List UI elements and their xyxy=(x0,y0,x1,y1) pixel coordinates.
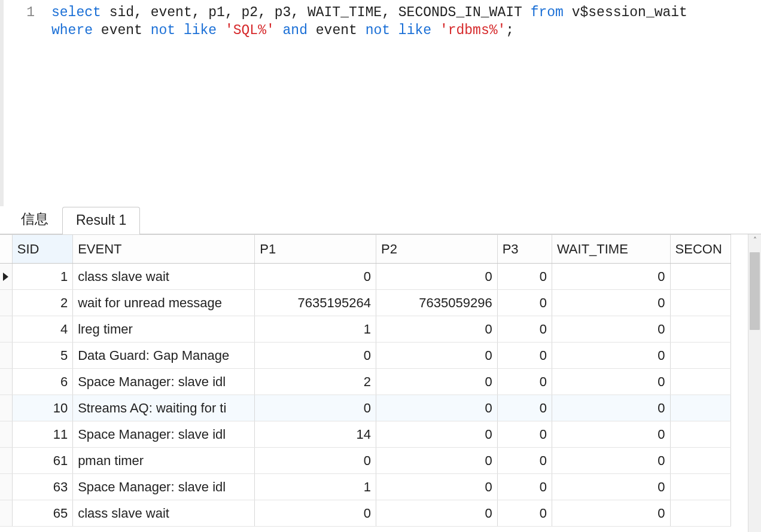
vertical-scrollbar[interactable]: ˄ xyxy=(748,234,761,532)
table-row[interactable]: 10Streams AQ: waiting for ti0000 xyxy=(0,395,731,421)
cell-seconds[interactable] xyxy=(670,421,730,448)
cell-seconds[interactable] xyxy=(670,316,730,343)
cell-event[interactable]: pman timer xyxy=(73,448,255,474)
sql-token xyxy=(357,23,366,38)
scroll-thumb[interactable] xyxy=(750,252,760,330)
table-row[interactable]: 5Data Guard: Gap Manage0000 xyxy=(0,343,731,369)
cell-p2[interactable]: 0 xyxy=(376,421,497,448)
sql-editor[interactable]: 1 select sid, event, p1, p2, p3, WAIT_TI… xyxy=(0,0,761,206)
cell-wait-time[interactable]: 0 xyxy=(552,316,670,343)
cell-sid[interactable]: 63 xyxy=(12,474,72,500)
cell-sid[interactable]: 6 xyxy=(12,369,72,395)
cell-wait-time[interactable]: 0 xyxy=(552,369,670,395)
cell-p2[interactable]: 0 xyxy=(376,500,497,527)
cell-event[interactable]: Data Guard: Gap Manage xyxy=(73,343,255,369)
cell-p2[interactable]: 7635059296 xyxy=(376,290,497,316)
cell-sid[interactable]: 1 xyxy=(12,264,72,290)
table-row[interactable]: 2wait for unread message7635195264763505… xyxy=(0,290,731,316)
col-header-p3[interactable]: P3 xyxy=(497,235,552,264)
cell-p2[interactable]: 0 xyxy=(376,395,497,421)
cell-wait-time[interactable]: 0 xyxy=(552,448,670,474)
table-row[interactable]: 6Space Manager: slave idl2000 xyxy=(0,369,731,395)
cell-p3[interactable]: 0 xyxy=(497,448,552,474)
table-row[interactable]: 65class slave wait0000 xyxy=(0,500,731,527)
table-row[interactable]: 63Space Manager: slave idl1000 xyxy=(0,474,731,500)
sql-code-line[interactable]: where event not like 'SQL%' and event no… xyxy=(51,22,761,39)
col-header-seconds[interactable]: SECON xyxy=(670,235,730,264)
cell-p3[interactable]: 0 xyxy=(497,290,552,316)
sql-token xyxy=(101,5,109,20)
cell-event[interactable]: Space Manager: slave idl xyxy=(73,421,255,448)
sql-token: and xyxy=(283,23,308,38)
scroll-up-button[interactable]: ˄ xyxy=(748,234,761,246)
cell-p3[interactable]: 0 xyxy=(497,264,552,290)
cell-event[interactable]: Space Manager: slave idl xyxy=(73,369,255,395)
cell-p2[interactable]: 0 xyxy=(376,316,497,343)
cell-wait-time[interactable]: 0 xyxy=(552,290,670,316)
cell-seconds[interactable] xyxy=(670,500,730,527)
cell-seconds[interactable] xyxy=(670,369,730,395)
cell-p2[interactable]: 0 xyxy=(376,264,497,290)
cell-p2[interactable]: 0 xyxy=(376,343,497,369)
cell-p2[interactable]: 0 xyxy=(376,474,497,500)
cell-p3[interactable]: 0 xyxy=(497,316,552,343)
cell-p1[interactable]: 0 xyxy=(255,343,376,369)
cell-p3[interactable]: 0 xyxy=(497,369,552,395)
sql-code-line[interactable]: select sid, event, p1, p2, p3, WAIT_TIME… xyxy=(51,4,761,22)
cell-wait-time[interactable]: 0 xyxy=(552,395,670,421)
col-header-event[interactable]: EVENT xyxy=(73,235,255,264)
cell-p1[interactable]: 0 xyxy=(255,448,376,474)
cell-p3[interactable]: 0 xyxy=(497,395,552,421)
table-row[interactable]: 61pman timer0000 xyxy=(0,448,731,474)
cell-p3[interactable]: 0 xyxy=(497,500,552,527)
cell-sid[interactable]: 5 xyxy=(12,343,72,369)
cell-p1[interactable]: 0 xyxy=(255,264,376,290)
cell-p3[interactable]: 0 xyxy=(497,474,552,500)
cell-wait-time[interactable]: 0 xyxy=(552,343,670,369)
cell-sid[interactable]: 61 xyxy=(12,448,72,474)
cell-p3[interactable]: 0 xyxy=(497,421,552,448)
cell-p1[interactable]: 1 xyxy=(255,474,376,500)
cell-event[interactable]: class slave wait xyxy=(73,500,255,527)
cell-event[interactable]: Space Manager: slave idl xyxy=(73,474,255,500)
table-row[interactable]: 4lreg timer1000 xyxy=(0,316,731,343)
table-row[interactable]: 11Space Manager: slave idl14000 xyxy=(0,421,731,448)
cell-sid[interactable]: 4 xyxy=(12,316,72,343)
tab-result-1[interactable]: Result 1 xyxy=(62,207,140,234)
cell-p2[interactable]: 0 xyxy=(376,448,497,474)
col-header-sid[interactable]: SID xyxy=(12,235,72,264)
cell-wait-time[interactable]: 0 xyxy=(552,421,670,448)
cell-seconds[interactable] xyxy=(670,448,730,474)
cell-sid[interactable]: 65 xyxy=(12,500,72,527)
cell-p1[interactable]: 1 xyxy=(255,316,376,343)
cell-sid[interactable]: 2 xyxy=(12,290,72,316)
tab-info[interactable]: 信息 xyxy=(7,204,62,234)
cell-event[interactable]: class slave wait xyxy=(73,264,255,290)
scroll-track[interactable] xyxy=(748,246,761,520)
cell-seconds[interactable] xyxy=(670,474,730,500)
cell-seconds[interactable] xyxy=(670,264,730,290)
table-row[interactable]: 1class slave wait0000 xyxy=(0,264,731,290)
col-header-p2[interactable]: P2 xyxy=(376,235,497,264)
results-table[interactable]: SID EVENT P1 P2 P3 WAIT_TIME SECON 1clas… xyxy=(0,234,731,527)
cell-event[interactable]: Streams AQ: waiting for ti xyxy=(73,395,255,421)
cell-p1[interactable]: 7635195264 xyxy=(255,290,376,316)
col-header-p1[interactable]: P1 xyxy=(255,235,376,264)
cell-event[interactable]: wait for unread message xyxy=(73,290,255,316)
cell-seconds[interactable] xyxy=(670,290,730,316)
cell-p1[interactable]: 2 xyxy=(255,369,376,395)
cell-event[interactable]: lreg timer xyxy=(73,316,255,343)
cell-sid[interactable]: 10 xyxy=(12,395,72,421)
col-header-wait-time[interactable]: WAIT_TIME xyxy=(552,235,670,264)
cell-wait-time[interactable]: 0 xyxy=(552,474,670,500)
cell-p2[interactable]: 0 xyxy=(376,369,497,395)
cell-p3[interactable]: 0 xyxy=(497,343,552,369)
cell-p1[interactable]: 0 xyxy=(255,395,376,421)
cell-wait-time[interactable]: 0 xyxy=(552,264,670,290)
cell-p1[interactable]: 14 xyxy=(255,421,376,448)
cell-seconds[interactable] xyxy=(670,395,730,421)
cell-seconds[interactable] xyxy=(670,343,730,369)
cell-sid[interactable]: 11 xyxy=(12,421,72,448)
cell-p1[interactable]: 0 xyxy=(255,500,376,527)
cell-wait-time[interactable]: 0 xyxy=(552,500,670,527)
